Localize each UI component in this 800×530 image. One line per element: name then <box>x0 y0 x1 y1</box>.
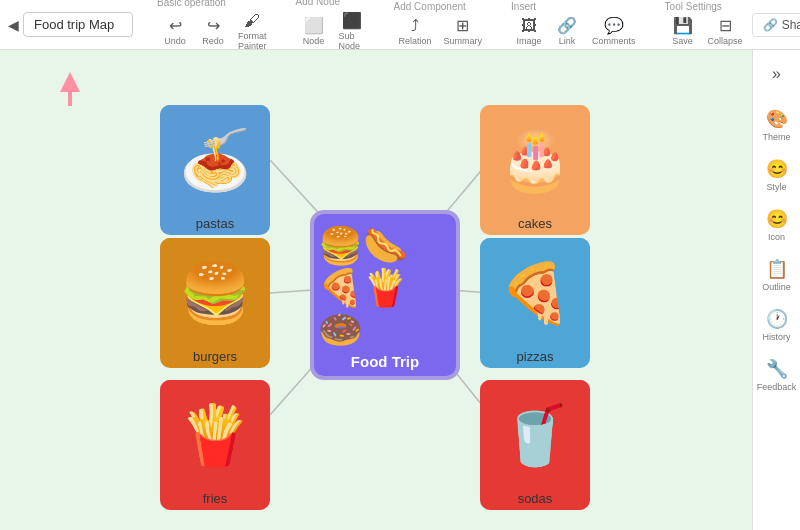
link-icon: 🔗 <box>557 16 577 35</box>
sodas-node[interactable]: 🥤 sodas <box>480 380 590 510</box>
pastas-label: pastas <box>196 216 234 231</box>
sub-node-button[interactable]: ⬛ Sub Node <box>334 9 370 53</box>
format-painter-label: Format Painter <box>238 31 267 51</box>
undo-button[interactable]: ↩ Undo <box>157 14 193 48</box>
outline-label: Outline <box>762 282 791 292</box>
basic-operation-buttons: ↩ Undo ↪ Redo 🖌 Format Painter <box>157 10 272 53</box>
collapse-label: Collapse <box>708 36 743 46</box>
add-node-buttons: ⬜ Node ⬛ Sub Node <box>296 9 370 53</box>
image-icon: 🖼 <box>521 17 537 35</box>
fries-node[interactable]: 🍟 fries <box>160 380 270 510</box>
tool-settings-buttons: 💾 Save ⊟ Collapse <box>665 14 748 48</box>
sidebar-item-icon[interactable]: 😊 Icon <box>755 202 799 248</box>
share-icon: 🔗 <box>763 18 778 32</box>
node-label: Node <box>303 36 325 46</box>
add-component-buttons: ⤴ Relation ⊞ Summary <box>394 14 488 48</box>
sidebar-item-feedback[interactable]: 🔧 Feedback <box>755 352 799 398</box>
arrow-up-icon <box>60 72 80 92</box>
add-component-group: Add Component ⤴ Relation ⊞ Summary <box>394 1 488 48</box>
sodas-image: 🥤 <box>480 380 590 489</box>
feedback-label: Feedback <box>757 382 797 392</box>
add-node-label: Add Node <box>296 0 340 7</box>
image-button[interactable]: 🖼 Image <box>511 15 547 48</box>
style-icon: 😊 <box>766 158 788 180</box>
canvas[interactable]: 🍝 pastas 🎂 cakes 🍔 burgers 🍔🌭🍕🍟🍩 Food Tr… <box>0 50 752 530</box>
save-button[interactable]: 💾 Save <box>665 14 701 48</box>
sidebar-collapse-button[interactable]: » <box>761 58 793 90</box>
sidebar-item-history[interactable]: 🕐 History <box>755 302 799 348</box>
node-button[interactable]: ⬜ Node <box>296 14 332 48</box>
tool-settings-group: Tool Settings 💾 Save ⊟ Collapse <box>665 1 748 48</box>
basic-operation-group: Basic operation ↩ Undo ↪ Redo 🖌 Format P… <box>157 0 272 53</box>
icon-icon: 😊 <box>766 208 788 230</box>
redo-icon: ↪ <box>207 16 220 35</box>
comments-label: Comments <box>592 36 636 46</box>
history-icon: 🕐 <box>766 308 788 330</box>
redo-label: Redo <box>202 36 224 46</box>
collapse-button[interactable]: ⊟ Collapse <box>703 14 748 48</box>
format-painter-button[interactable]: 🖌 Format Painter <box>233 10 272 53</box>
sodas-label: sodas <box>518 491 553 506</box>
redo-button[interactable]: ↪ Redo <box>195 14 231 48</box>
insert-buttons: 🖼 Image 🔗 Link 💬 Comments <box>511 14 641 48</box>
sub-node-label: Sub Node <box>339 31 365 51</box>
sub-node-icon: ⬛ <box>342 11 362 30</box>
pizzas-node[interactable]: 🍕 pizzas <box>480 238 590 368</box>
food-trip-image: 🍔🌭🍕🍟🍩 <box>314 221 456 351</box>
map-title[interactable]: Food trip Map <box>23 12 133 37</box>
cakes-node[interactable]: 🎂 cakes <box>480 105 590 235</box>
icon-label: Icon <box>768 232 785 242</box>
arrow-stem <box>68 92 72 106</box>
basic-operation-label: Basic operation <box>157 0 226 8</box>
save-icon: 💾 <box>673 16 693 35</box>
relation-icon: ⤴ <box>411 17 419 35</box>
share-label: Share <box>782 18 800 32</box>
format-painter-icon: 🖌 <box>244 12 260 30</box>
food-trip-label: Food Trip <box>351 353 419 370</box>
food-trip-center-node[interactable]: 🍔🌭🍕🍟🍩 Food Trip <box>310 210 460 380</box>
fries-label: fries <box>203 491 228 506</box>
comments-button[interactable]: 💬 Comments <box>587 14 641 48</box>
theme-icon: 🎨 <box>766 108 788 130</box>
save-label: Save <box>672 36 693 46</box>
fries-image: 🍟 <box>160 380 270 489</box>
feedback-icon: 🔧 <box>766 358 788 380</box>
style-label: Style <box>766 182 786 192</box>
burgers-node[interactable]: 🍔 burgers <box>160 238 270 368</box>
add-node-group: Add Node ⬜ Node ⬛ Sub Node <box>296 0 370 53</box>
image-label: Image <box>517 36 542 46</box>
link-button[interactable]: 🔗 Link <box>549 14 585 48</box>
undo-label: Undo <box>164 36 186 46</box>
pastas-image: 🍝 <box>160 105 270 214</box>
add-component-label: Add Component <box>394 1 466 12</box>
relation-label: Relation <box>399 36 432 46</box>
undo-icon: ↩ <box>169 16 182 35</box>
insert-group: Insert 🖼 Image 🔗 Link 💬 Comments <box>511 1 641 48</box>
summary-icon: ⊞ <box>456 16 469 35</box>
toolbar-right: 🔗 Share ⬆ Export <box>752 13 800 37</box>
relation-button[interactable]: ⤴ Relation <box>394 15 437 48</box>
sidebar-item-outline[interactable]: 📋 Outline <box>755 252 799 298</box>
theme-label: Theme <box>762 132 790 142</box>
share-button[interactable]: 🔗 Share <box>752 13 800 37</box>
summary-button[interactable]: ⊞ Summary <box>439 14 488 48</box>
cakes-image: 🎂 <box>480 105 590 214</box>
node-icon: ⬜ <box>304 16 324 35</box>
sidebar-item-theme[interactable]: 🎨 Theme <box>755 102 799 148</box>
collapse-icon: ⊟ <box>719 16 732 35</box>
burgers-label: burgers <box>193 349 237 364</box>
link-label: Link <box>559 36 576 46</box>
pastas-node[interactable]: 🍝 pastas <box>160 105 270 235</box>
cakes-label: cakes <box>518 216 552 231</box>
right-sidebar: » 🎨 Theme 😊 Style 😊 Icon 📋 Outline 🕐 His… <box>752 50 800 530</box>
sidebar-item-style[interactable]: 😊 Style <box>755 152 799 198</box>
arrow-annotation <box>60 72 80 106</box>
main-area: 🍝 pastas 🎂 cakes 🍔 burgers 🍔🌭🍕🍟🍩 Food Tr… <box>0 50 800 530</box>
summary-label: Summary <box>444 36 483 46</box>
burgers-image: 🍔 <box>160 238 270 347</box>
pizzas-image: 🍕 <box>480 238 590 347</box>
insert-label: Insert <box>511 1 536 12</box>
comments-icon: 💬 <box>604 16 624 35</box>
toolbar: ◀ Food trip Map Basic operation ↩ Undo ↪… <box>0 0 800 50</box>
back-button[interactable]: ◀ <box>8 15 19 35</box>
